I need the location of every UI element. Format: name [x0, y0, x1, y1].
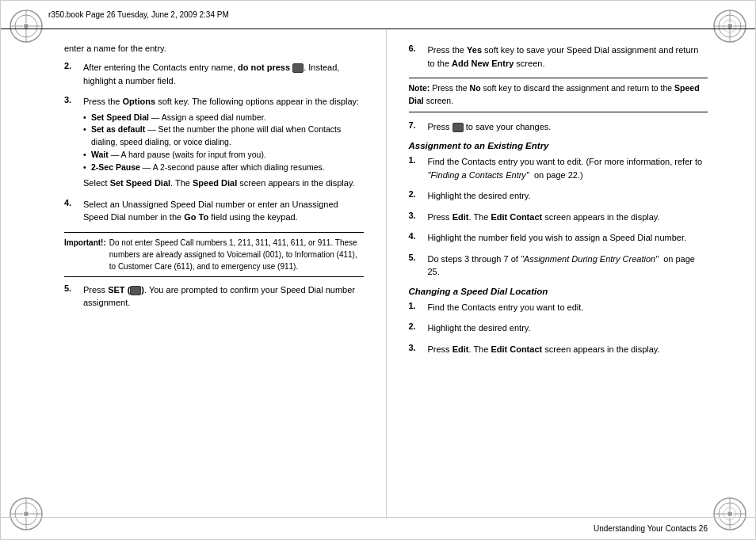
important-box: Important!: Do not enter Speed Call numb…: [64, 232, 364, 277]
important-text: Do not enter Speed Call numbers 1, 211, …: [109, 237, 364, 272]
section-heading-existing: Assignment to an Existing Entry: [409, 141, 708, 150]
existing-step-2: 2. Highlight the desired entry.: [409, 189, 708, 203]
content-area: enter a name for the entry. 2. After ent…: [1, 29, 755, 517]
step-6-content: Press the Yes soft key to save your Spee…: [428, 44, 708, 70]
existing-step-4-content: Highlight the number field you wish to a…: [428, 231, 708, 245]
section-heading-changing: Changing a Speed Dial Location: [409, 287, 708, 296]
options-list: Set Speed Dial — Assign a speed dial num…: [83, 112, 364, 174]
bullet-2sec-pause: 2-Sec Pause — A 2-second pause after whi…: [83, 162, 364, 174]
bullet-set-as-default: Set as default — Set the number the phon…: [83, 124, 364, 149]
step-2: 2. After entering the Contacts entry nam…: [64, 61, 364, 87]
step-6: 6. Press the Yes soft key to save your S…: [409, 44, 708, 70]
changing-step-1-content: Find the Contacts entry you want to edit…: [428, 301, 708, 314]
step-4-content: Select an Unassigned Speed Dial number o…: [83, 198, 364, 224]
existing-step-3-num: 3.: [409, 211, 423, 224]
footer-bar: Understanding Your Contacts 26: [1, 517, 755, 539]
step-3: 3. Press the Options soft key. The follo…: [64, 95, 364, 190]
header-bar: r350.book Page 26 Tuesday, June 2, 2009 …: [1, 1, 755, 29]
button-icon-1: [292, 63, 304, 73]
step-5-content: Press SET (). You are prompted to confir…: [83, 283, 364, 310]
footer-right-text: Understanding Your Contacts 26: [594, 524, 708, 533]
button-icon-3: [452, 123, 464, 132]
changing-step-3-content: Press Edit. The Edit Contact screen appe…: [428, 343, 708, 356]
step-2-content: After entering the Contacts entry name, …: [83, 61, 364, 87]
existing-step-1-num: 1.: [409, 155, 423, 181]
header-text: r350.book Page 26 Tuesday, June 2, 2009 …: [48, 10, 229, 19]
note-label: Note:: [409, 83, 430, 93]
step-2-num: 2.: [64, 61, 78, 87]
page-container: r350.book Page 26 Tuesday, June 2, 2009 …: [0, 0, 756, 540]
intro-text: enter a name for the entry.: [64, 44, 364, 53]
existing-step-5: 5. Do steps 3 through 7 of "Assignment D…: [409, 253, 708, 279]
changing-step-1: 1. Find the Contacts entry you want to e…: [409, 301, 708, 314]
existing-step-3: 3. Press Edit. The Edit Contact screen a…: [409, 211, 708, 224]
left-column: enter a name for the entry. 2. After ent…: [1, 29, 387, 517]
step-4: 4. Select an Unassigned Speed Dial numbe…: [64, 198, 364, 224]
button-icon-2: [130, 286, 141, 295]
bullet-set-speed-dial: Set Speed Dial — Assign a speed dial num…: [83, 112, 364, 124]
changing-step-1-num: 1.: [409, 301, 423, 314]
existing-step-1: 1. Find the Contacts entry you want to e…: [409, 155, 708, 181]
step-7-content: Press to save your changes.: [428, 120, 708, 134]
step-5: 5. Press SET (). You are prompted to con…: [64, 283, 364, 310]
changing-step-3-num: 3.: [409, 343, 423, 356]
important-label: Important!:: [64, 237, 106, 272]
step-7-num: 7.: [409, 120, 423, 134]
step-7: 7. Press to save your changes.: [409, 120, 708, 134]
changing-step-2-num: 2.: [409, 321, 423, 335]
step-4-num: 4.: [64, 198, 78, 224]
step-6-num: 6.: [409, 44, 423, 70]
changing-step-2: 2. Highlight the desired entry.: [409, 321, 708, 335]
existing-step-2-content: Highlight the desired entry.: [428, 189, 708, 203]
existing-step-1-content: Find the Contacts entry you want to edit…: [428, 155, 708, 181]
existing-step-5-content: Do steps 3 through 7 of "Assignment Duri…: [428, 253, 708, 279]
step-3-num: 3.: [64, 95, 78, 190]
changing-step-2-content: Highlight the desired entry.: [428, 321, 708, 335]
step-3-content: Press the Options soft key. The followin…: [83, 95, 364, 190]
existing-step-4: 4. Highlight the number field you wish t…: [409, 231, 708, 245]
existing-step-4-num: 4.: [409, 231, 423, 245]
existing-step-3-content: Press Edit. The Edit Contact screen appe…: [428, 211, 708, 224]
right-column: 6. Press the Yes soft key to save your S…: [387, 29, 756, 517]
existing-step-5-num: 5.: [409, 253, 423, 279]
bullet-wait: Wait — A hard pause (waits for input fro…: [83, 149, 364, 162]
step-5-num: 5.: [64, 283, 78, 310]
note-box: Note: Press the No soft key to discard t…: [409, 78, 708, 112]
existing-step-2-num: 2.: [409, 189, 423, 203]
changing-step-3: 3. Press Edit. The Edit Contact screen a…: [409, 343, 708, 356]
